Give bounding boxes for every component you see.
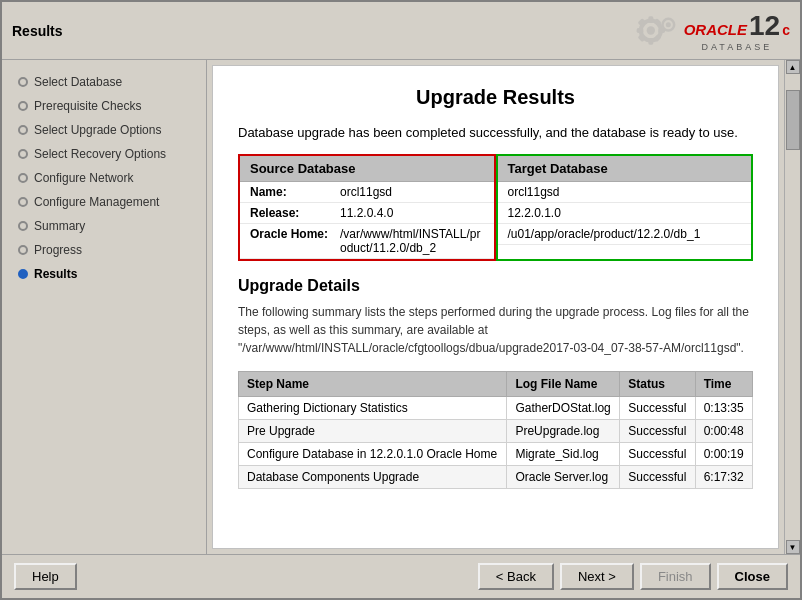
scroll-up-button[interactable]: ▲ <box>786 60 800 74</box>
sidebar-label-configure-network: Configure Network <box>34 171 133 185</box>
svg-rect-3 <box>648 38 653 45</box>
cell-time: 6:17:32 <box>695 466 752 489</box>
steps-table: Step Name Log File Name Status Time Gath… <box>238 371 753 489</box>
cell-status: Successful <box>620 420 695 443</box>
sidebar-item-progress[interactable]: Progress <box>2 238 206 262</box>
table-row: Database Components Upgrade Oracle Serve… <box>239 466 753 489</box>
oracle-logo-area: ORACLE 12 c DATABASE <box>630 8 790 53</box>
cell-step: Gathering Dictionary Statistics <box>239 397 507 420</box>
sidebar-item-select-upgrade-options[interactable]: Select Upgrade Options <box>2 118 206 142</box>
upgrade-details-desc: The following summary lists the steps pe… <box>238 303 753 357</box>
col-step-name: Step Name <box>239 372 507 397</box>
step-dot-prerequisite-checks <box>18 101 28 111</box>
target-oracle-home-value: /u01/app/oracle/product/12.2.0/db_1 <box>508 227 701 241</box>
close-button[interactable]: Close <box>717 563 788 590</box>
sidebar-item-results[interactable]: Results <box>2 262 206 286</box>
sidebar-item-select-database[interactable]: Select Database <box>2 70 206 94</box>
sidebar: Select Database Prerequisite Checks Sele… <box>2 60 207 554</box>
target-row-release: 12.2.0.1.0 <box>498 203 752 224</box>
bottom-bar: Help < Back Next > Finish Close <box>2 554 800 598</box>
db-comparison: Source Database Name: orcl11gsd Release:… <box>238 154 753 261</box>
cell-time: 0:00:19 <box>695 443 752 466</box>
next-button[interactable]: Next > <box>560 563 634 590</box>
source-row-oracle-home: Oracle Home: /var/www/html/INSTALL/produ… <box>240 224 494 259</box>
cell-step: Database Components Upgrade <box>239 466 507 489</box>
source-header: Source Database <box>240 156 494 182</box>
target-header: Target Database <box>498 156 752 182</box>
table-row: Gathering Dictionary Statistics GatherDO… <box>239 397 753 420</box>
database-label: DATABASE <box>684 42 790 52</box>
sidebar-label-select-upgrade-options: Select Upgrade Options <box>34 123 161 137</box>
svg-point-1 <box>646 26 654 34</box>
source-name-value: orcl11gsd <box>340 185 392 199</box>
cell-log: PreUpgrade.log <box>507 420 620 443</box>
step-dot-results <box>18 269 28 279</box>
target-release-value: 12.2.0.1.0 <box>508 206 561 220</box>
sidebar-label-results: Results <box>34 267 77 281</box>
results-title: Upgrade Results <box>238 86 753 109</box>
content-wrapper: Upgrade Results Database upgrade has bee… <box>207 60 800 554</box>
scrollbar-thumb[interactable] <box>786 90 800 150</box>
svg-rect-2 <box>648 16 653 23</box>
cell-time: 0:13:35 <box>695 397 752 420</box>
source-row-name: Name: orcl11gsd <box>240 182 494 203</box>
cell-status: Successful <box>620 466 695 489</box>
sidebar-item-summary[interactable]: Summary <box>2 214 206 238</box>
help-button[interactable]: Help <box>14 563 77 590</box>
main-content: Select Database Prerequisite Checks Sele… <box>2 60 800 554</box>
col-status: Status <box>620 372 695 397</box>
navigation-buttons: < Back Next > Finish Close <box>478 563 788 590</box>
cell-log: Oracle Server.log <box>507 466 620 489</box>
back-button[interactable]: < Back <box>478 563 554 590</box>
step-dot-configure-network <box>18 173 28 183</box>
table-row: Configure Database in 12.2.0.1.0 Oracle … <box>239 443 753 466</box>
col-time: Time <box>695 372 752 397</box>
gear-decoration-icon <box>630 8 680 53</box>
sidebar-label-configure-management: Configure Management <box>34 195 159 209</box>
results-panel: Upgrade Results Database upgrade has bee… <box>212 65 779 549</box>
cell-log: Migrate_Sid.log <box>507 443 620 466</box>
sidebar-label-summary: Summary <box>34 219 85 233</box>
source-release-value: 11.2.0.4.0 <box>340 206 393 220</box>
source-oracle-home-value: /var/www/html/INSTALL/product/11.2.0/db_… <box>340 227 484 255</box>
source-database-panel: Source Database Name: orcl11gsd Release:… <box>238 154 496 261</box>
svg-point-11 <box>666 22 671 27</box>
scroll-down-button[interactable]: ▼ <box>786 540 800 554</box>
cell-time: 0:00:48 <box>695 420 752 443</box>
sidebar-label-progress: Progress <box>34 243 82 257</box>
sidebar-item-configure-network[interactable]: Configure Network <box>2 166 206 190</box>
target-name-value: orcl11gsd <box>508 185 560 199</box>
cell-log: GatherDOStat.log <box>507 397 620 420</box>
sidebar-item-prerequisite-checks[interactable]: Prerequisite Checks <box>2 94 206 118</box>
main-window: Results ORACLE 12 c <box>0 0 802 600</box>
source-name-label: Name: <box>250 185 340 199</box>
step-dot-select-database <box>18 77 28 87</box>
svg-rect-8 <box>637 34 645 42</box>
source-release-label: Release: <box>250 206 340 220</box>
step-dot-configure-management <box>18 197 28 207</box>
sidebar-label-prerequisite-checks: Prerequisite Checks <box>34 99 141 113</box>
target-row-oracle-home: /u01/app/oracle/product/12.2.0/db_1 <box>498 224 752 245</box>
cell-step: Configure Database in 12.2.0.1.0 Oracle … <box>239 443 507 466</box>
oracle-text: ORACLE <box>684 21 747 38</box>
cell-step: Pre Upgrade <box>239 420 507 443</box>
target-database-panel: Target Database orcl11gsd 12.2.0.1.0 /u0… <box>496 154 754 261</box>
vertical-scrollbar[interactable]: ▲ ▼ <box>784 60 800 554</box>
success-message: Database upgrade has been completed succ… <box>238 125 753 140</box>
version-number: 12 <box>749 10 780 42</box>
step-dot-progress <box>18 245 28 255</box>
table-row: Pre Upgrade PreUpgrade.log Successful 0:… <box>239 420 753 443</box>
cell-status: Successful <box>620 443 695 466</box>
sidebar-label-select-recovery-options: Select Recovery Options <box>34 147 166 161</box>
source-row-release: Release: 11.2.0.4.0 <box>240 203 494 224</box>
cell-status: Successful <box>620 397 695 420</box>
sidebar-item-select-recovery-options[interactable]: Select Recovery Options <box>2 142 206 166</box>
step-dot-select-recovery-options <box>18 149 28 159</box>
sidebar-item-configure-management[interactable]: Configure Management <box>2 190 206 214</box>
source-oracle-home-label: Oracle Home: <box>250 227 340 255</box>
oracle-brand: ORACLE 12 c DATABASE <box>684 10 790 52</box>
finish-button[interactable]: Finish <box>640 563 711 590</box>
step-dot-summary <box>18 221 28 231</box>
step-dot-select-upgrade-options <box>18 125 28 135</box>
sidebar-label-select-database: Select Database <box>34 75 122 89</box>
